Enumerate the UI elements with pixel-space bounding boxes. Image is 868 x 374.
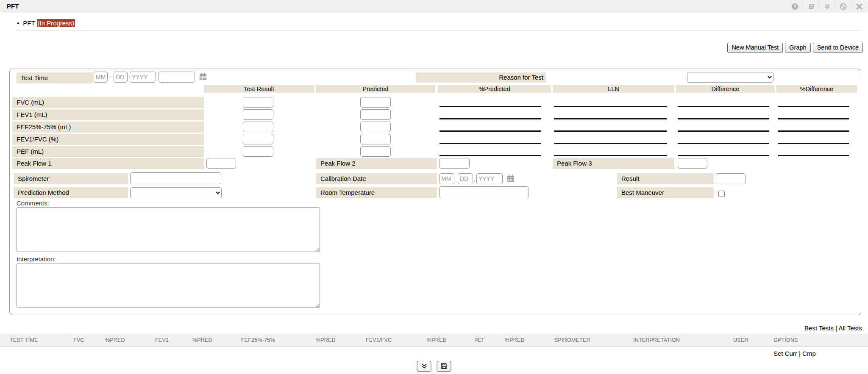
test-time-year-input[interactable] bbox=[130, 72, 156, 83]
calibration-day-input[interactable] bbox=[458, 173, 473, 184]
pef-lln-line bbox=[554, 155, 667, 156]
book-icon[interactable] bbox=[803, 2, 819, 11]
col-header-predicted: Predicted bbox=[316, 85, 435, 93]
calibration-year-input[interactable] bbox=[476, 173, 503, 184]
close-icon[interactable] bbox=[851, 2, 867, 11]
pft-page: PFT ? PFT (In Progress) New Manual Test … bbox=[0, 0, 868, 374]
prediction-row: Prediction Method Room Temperature Best … bbox=[10, 187, 861, 200]
th-fvc: FVC bbox=[73, 334, 84, 346]
peak-flow-1-input[interactable] bbox=[206, 158, 236, 169]
fev1fvc-test-result-input[interactable] bbox=[243, 134, 273, 144]
calendar-icon[interactable] bbox=[506, 174, 515, 184]
results-table-header: TEST TIME FVC %PRED FEV1 %PRED FEF25%-75… bbox=[0, 334, 868, 347]
graph-button[interactable]: Graph bbox=[785, 43, 810, 53]
set-curr-link[interactable]: Set Curr bbox=[773, 350, 797, 357]
new-manual-test-button[interactable]: New Manual Test bbox=[727, 43, 783, 53]
fev1-difference-line bbox=[678, 118, 769, 119]
fef-test-result-input[interactable] bbox=[243, 122, 273, 132]
col-header-difference: Difference bbox=[676, 85, 775, 93]
double-chevron-down-icon bbox=[421, 363, 427, 370]
fef-predicted-input[interactable] bbox=[360, 122, 391, 132]
prediction-method-select[interactable] bbox=[130, 187, 222, 198]
interpretation-textarea[interactable] bbox=[17, 263, 320, 308]
fev1fvc-predicted-input[interactable] bbox=[360, 134, 391, 144]
peak-flow-3-input[interactable] bbox=[678, 158, 707, 169]
fef-lln-line bbox=[554, 130, 667, 132]
link-separator: | bbox=[835, 324, 837, 332]
best-maneuver-checkbox[interactable] bbox=[718, 191, 725, 197]
test-time-clock-input[interactable] bbox=[159, 72, 195, 83]
expand-button[interactable] bbox=[417, 361, 431, 372]
fev1-test-result-input[interactable] bbox=[243, 109, 273, 120]
measure-row-fev1: FEV1 (mL) bbox=[10, 109, 861, 122]
peak-flow-2-input[interactable] bbox=[439, 158, 470, 169]
pef-predicted-input[interactable] bbox=[360, 146, 391, 157]
room-temperature-input[interactable] bbox=[439, 186, 529, 198]
calendar-icon[interactable] bbox=[199, 72, 207, 83]
peak-flow-row: Peak Flow 1 Peak Flow 2 Peak Flow 3 bbox=[10, 158, 861, 170]
reason-for-test-label: Reason for Test bbox=[416, 72, 546, 83]
fvc-difference-line bbox=[678, 106, 769, 107]
options-separator: | bbox=[797, 350, 802, 357]
collapse-icon[interactable] bbox=[819, 2, 835, 11]
help-icon[interactable]: ? bbox=[787, 2, 803, 11]
cmp-link[interactable]: Cmp bbox=[802, 350, 816, 357]
row-label-fev1: FEV1 (mL) bbox=[12, 109, 204, 120]
save-icon bbox=[441, 363, 448, 371]
col-header-test-result: Test Result bbox=[204, 85, 314, 93]
col-header-percent-predicted: %Predicted bbox=[438, 85, 551, 93]
th-interpretation: INTERPRETATION bbox=[633, 334, 680, 346]
row-label-fev1fvc: FEV1/FVC (%) bbox=[12, 134, 204, 145]
fvc-predicted-input[interactable] bbox=[360, 97, 391, 108]
result-input[interactable] bbox=[716, 173, 746, 184]
fev1fvc-percent-predicted-line bbox=[440, 143, 541, 144]
pef-test-result-input[interactable] bbox=[243, 146, 273, 157]
th-fev1fvc: FEV1/FVC bbox=[366, 334, 392, 346]
send-to-device-button[interactable]: Send to Device bbox=[813, 43, 863, 53]
th-pred-4: %PRED bbox=[427, 334, 447, 346]
measure-row-pef: PEF (mL) bbox=[10, 146, 861, 158]
spirometer-input[interactable] bbox=[130, 172, 221, 184]
peak-flow-3-label: Peak Flow 3 bbox=[553, 158, 674, 169]
calibration-date-label: Calibration Date bbox=[316, 173, 437, 184]
th-options: OPTIONS bbox=[773, 334, 798, 346]
reason-for-test-select[interactable] bbox=[687, 72, 773, 83]
calibration-month-input[interactable] bbox=[439, 173, 454, 184]
best-tests-link[interactable]: Best Tests bbox=[804, 324, 834, 332]
row-label-fvc: FVC (mL) bbox=[12, 97, 204, 108]
test-time-month-input[interactable] bbox=[94, 72, 108, 83]
title-bar-icons: ? bbox=[787, 0, 867, 13]
room-temperature-label: Room Temperature bbox=[316, 187, 437, 198]
spirometer-row: Spirometer Calibration Date - - Result bbox=[10, 173, 861, 186]
title-bar: PFT ? bbox=[0, 0, 868, 13]
col-header-percent-difference: %Difference bbox=[776, 85, 857, 93]
th-pef: PEF bbox=[474, 334, 485, 346]
issue-item-pft[interactable]: PFT (In Progress) bbox=[17, 19, 868, 27]
pef-percent-predicted-line bbox=[440, 155, 541, 156]
test-time-day-input[interactable] bbox=[114, 72, 128, 83]
row-label-pef: PEF (mL) bbox=[12, 146, 204, 157]
fev1-lln-line bbox=[554, 118, 667, 119]
all-tests-link[interactable]: All Tests bbox=[838, 324, 862, 332]
interpretation-label: Interpretation: bbox=[17, 255, 56, 263]
comments-textarea[interactable] bbox=[17, 207, 320, 252]
section-divider bbox=[16, 30, 861, 31]
fvc-test-result-input[interactable] bbox=[243, 97, 273, 108]
status-badge: (In Progress) bbox=[37, 19, 75, 27]
page-title: PFT bbox=[7, 0, 19, 13]
void-icon[interactable] bbox=[835, 2, 851, 11]
save-button[interactable] bbox=[437, 361, 451, 372]
date-dash: - bbox=[474, 177, 476, 184]
fvc-percent-predicted-line bbox=[440, 106, 541, 107]
measure-row-fvc: FVC (mL) bbox=[10, 97, 861, 109]
row-options: Set Curr | Cmp bbox=[773, 350, 816, 357]
date-dash: - bbox=[455, 177, 457, 184]
th-test-time: TEST TIME bbox=[10, 334, 38, 346]
th-pred-5: %PRED bbox=[505, 334, 525, 346]
svg-text:?: ? bbox=[793, 4, 796, 9]
th-pred-1: %PRED bbox=[105, 334, 125, 346]
view-links: Best Tests | All Tests bbox=[804, 324, 862, 332]
fev1-predicted-input[interactable] bbox=[360, 109, 391, 120]
spirometer-label: Spirometer bbox=[14, 173, 128, 184]
th-pred-3: %PRED bbox=[316, 334, 336, 346]
